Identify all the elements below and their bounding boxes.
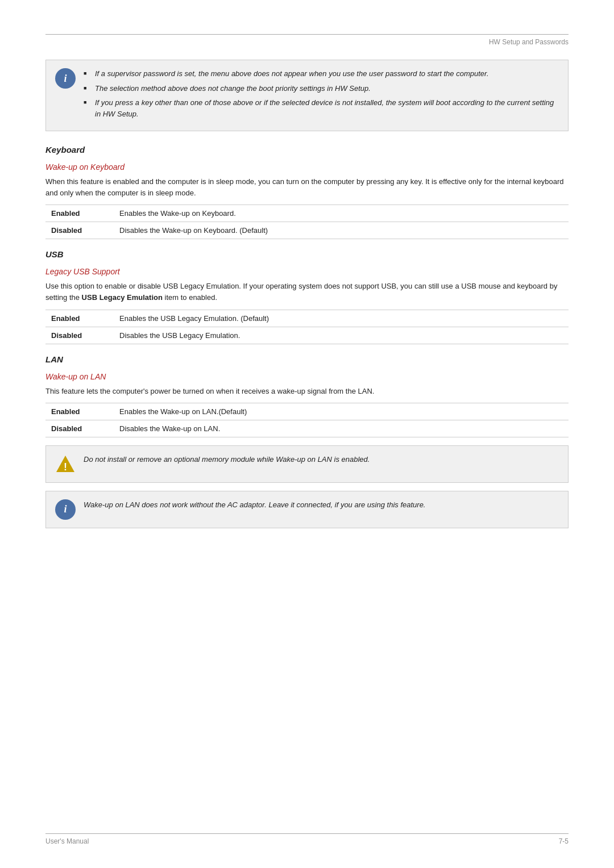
lan-enabled-label: Enabled <box>45 403 114 420</box>
table-row: Disabled Disables the Wake-up on LAN. <box>45 420 569 437</box>
usb-enabled-desc: Enables the USB Legacy Emulation. (Defau… <box>114 310 569 327</box>
keyboard-description: When this feature is enabled and the com… <box>45 176 569 199</box>
info-note-1: If a supervisor password is set, the men… <box>84 68 559 80</box>
usb-disabled-label: Disabled <box>45 327 114 344</box>
lan-disabled-desc: Disables the Wake-up on LAN. <box>114 420 569 437</box>
table-row: Disabled Disables the Wake-up on Keyboar… <box>45 222 569 239</box>
usb-enabled-label: Enabled <box>45 310 114 327</box>
keyboard-heading: Keyboard <box>45 145 569 155</box>
usb-subsection: Legacy USB Support <box>45 267 569 276</box>
keyboard-subsection: Wake-up on Keyboard <box>45 162 569 172</box>
keyboard-options-table: Enabled Enables the Wake-up on Keyboard.… <box>45 205 569 239</box>
keyboard-enabled-desc: Enables the Wake-up on Keyboard. <box>114 205 569 222</box>
info-bottom-text: Wake-up on LAN does not work without the… <box>84 499 425 511</box>
info-notes-list: If a supervisor password is set, the men… <box>84 68 559 119</box>
info-box-bottom-content: Wake-up on LAN does not work without the… <box>84 499 425 511</box>
lan-heading: LAN <box>45 354 569 364</box>
info-box-top-content: If a supervisor password is set, the men… <box>84 68 559 123</box>
warning-triangle-svg: ! <box>55 454 76 474</box>
keyboard-enabled-label: Enabled <box>45 205 114 222</box>
table-row: Enabled Enables the USB Legacy Emulation… <box>45 310 569 327</box>
usb-options-table: Enabled Enables the USB Legacy Emulation… <box>45 310 569 344</box>
info-icon-bottom: i <box>55 499 76 520</box>
lan-disabled-label: Disabled <box>45 420 114 437</box>
usb-desc-bold: USB Legacy Emulation <box>82 293 163 302</box>
usb-disabled-desc: Disables the USB Legacy Emulation. <box>114 327 569 344</box>
table-row: Enabled Enables the Wake-up on Keyboard. <box>45 205 569 222</box>
svg-text:!: ! <box>64 461 67 473</box>
info-icon-top: i <box>55 68 76 89</box>
header-text: HW Setup and Passwords <box>489 38 569 46</box>
table-row: Enabled Enables the Wake-up on LAN.(Defa… <box>45 403 569 420</box>
footer-right: 7-5 <box>559 837 569 845</box>
usb-desc-part3: item to enabled. <box>163 293 217 302</box>
info-box-bottom: i Wake-up on LAN does not work without t… <box>45 491 569 528</box>
warning-icon: ! <box>55 454 76 474</box>
page: HW Setup and Passwords i If a supervisor… <box>0 0 614 868</box>
page-header: HW Setup and Passwords <box>45 34 569 46</box>
info-note-2: The selection method above does not chan… <box>84 83 559 94</box>
page-footer: User's Manual 7-5 <box>45 833 569 845</box>
warning-box: ! Do not install or remove an optional m… <box>45 445 569 483</box>
lan-options-table: Enabled Enables the Wake-up on LAN.(Defa… <box>45 403 569 437</box>
warning-box-content: Do not install or remove an optional mem… <box>84 454 370 465</box>
lan-enabled-desc: Enables the Wake-up on LAN.(Default) <box>114 403 569 420</box>
keyboard-disabled-label: Disabled <box>45 222 114 239</box>
usb-heading: USB <box>45 249 569 259</box>
lan-description: This feature lets the computer's power b… <box>45 386 569 397</box>
table-row: Disabled Disables the USB Legacy Emulati… <box>45 327 569 344</box>
footer-left: User's Manual <box>45 837 89 845</box>
warning-text: Do not install or remove an optional mem… <box>84 454 370 465</box>
info-note-3: If you press a key other than one of tho… <box>84 97 559 119</box>
lan-subsection: Wake-up on LAN <box>45 372 569 381</box>
usb-description: Use this option to enable or disable USB… <box>45 281 569 303</box>
info-box-top: i If a supervisor password is set, the m… <box>45 60 569 131</box>
keyboard-disabled-desc: Disables the Wake-up on Keyboard. (Defau… <box>114 222 569 239</box>
